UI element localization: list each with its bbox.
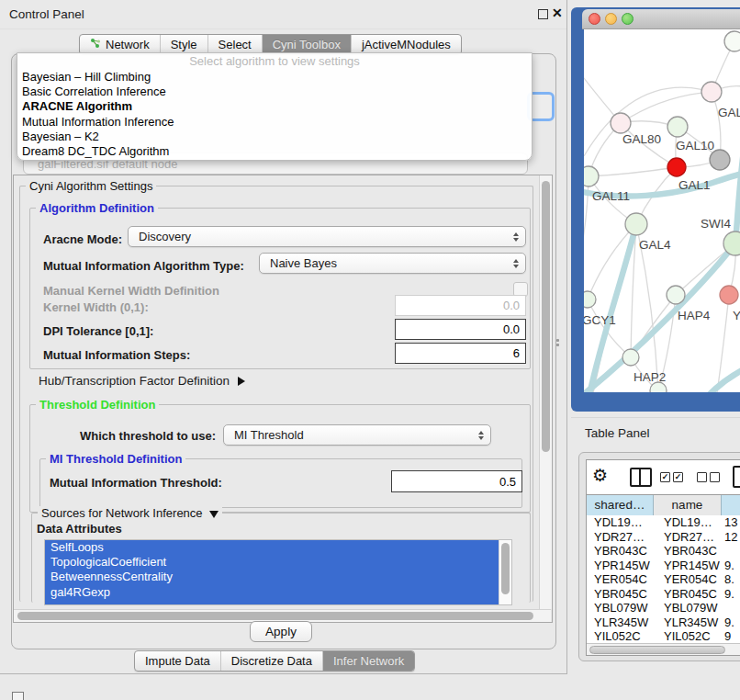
algorithm-definition-title: Algorithm Definition	[36, 201, 158, 215]
attribute-item[interactable]: TopologicalCoefficient	[45, 555, 499, 570]
mi-threshold-input[interactable]	[391, 470, 522, 492]
which-threshold-combo[interactable]: MI Threshold	[223, 424, 491, 446]
mi-threshold-definition-title: MI Threshold Definition	[46, 452, 185, 466]
table-header: shared… name	[587, 494, 740, 515]
network-node-node-gray[interactable]	[710, 150, 730, 170]
network-node-gal10[interactable]	[667, 117, 688, 137]
mi-algorithm-type-combo[interactable]: Naive Bayes	[259, 253, 526, 274]
tab-discretize-data-label: Discretize Data	[231, 654, 312, 668]
tab-select-label: Select	[219, 38, 252, 51]
network-node-y-partial[interactable]	[720, 286, 738, 304]
network-node-gal4[interactable]	[625, 213, 647, 235]
tab-style[interactable]: Style	[161, 35, 208, 54]
network-node-gal-partial[interactable]	[701, 82, 722, 102]
network-node-label: HAP2	[633, 370, 666, 384]
algorithm-item[interactable]: Bayesian – K2	[17, 130, 532, 144]
table-row[interactable]: YPR145WYPR145W9.	[587, 559, 740, 573]
expand-arrow-icon[interactable]	[238, 377, 245, 386]
network-graph[interactable]: GALGAL80GAL10GAL1GAL11GAL4SWI4GCY1HAP4YH…	[584, 29, 740, 392]
aracne-mode-label: Aracne Mode:	[43, 232, 122, 246]
stepper-icon	[513, 259, 519, 268]
column-header-partial[interactable]	[722, 495, 740, 515]
table-cell: 8.	[724, 572, 734, 587]
collapse-arrow-icon[interactable]	[209, 511, 219, 518]
algorithm-item[interactable]: Bayesian – Hill Climbing	[17, 70, 532, 85]
tab-infer-network[interactable]: Infer Network	[323, 651, 414, 671]
network-node-hap2[interactable]	[622, 349, 639, 366]
sources-title[interactable]: Sources for Network Inference	[38, 506, 222, 520]
gear-icon[interactable]: ⚙	[592, 467, 608, 484]
columns-icon[interactable]	[630, 468, 652, 487]
export-table-icon[interactable]	[733, 466, 740, 488]
table-row[interactable]: YBR045CYBR045C9.	[587, 587, 740, 602]
list-scrollbar-thumb[interactable]	[501, 543, 510, 594]
apply-button[interactable]: Apply	[250, 621, 312, 642]
network-edge-thick[interactable]	[735, 138, 740, 243]
tab-cyni-toolbox[interactable]: Cyni Toolbox	[263, 35, 352, 54]
network-node-label: SWI4	[701, 217, 731, 231]
table-scrollbar-thumb[interactable]	[589, 646, 725, 654]
dpi-tolerance-input[interactable]	[395, 319, 526, 340]
column-header-name[interactable]: name	[654, 495, 722, 515]
network-node-gal80[interactable]	[611, 113, 631, 133]
kernel-width-input[interactable]	[395, 295, 526, 316]
tab-network[interactable]: Network	[80, 35, 161, 54]
network-edge[interactable]	[621, 92, 712, 123]
vertical-scrollbar-thumb[interactable]	[542, 181, 550, 452]
network-node-label: GAL10	[676, 139, 714, 152]
network-edge[interactable]	[589, 167, 677, 176]
network-node-gcy1[interactable]	[584, 291, 596, 308]
network-edge[interactable]	[584, 176, 589, 254]
horizontal-scrollbar-thumb[interactable]	[17, 612, 533, 620]
column-header-shared-name[interactable]: shared…	[587, 495, 654, 515]
table-cell: YDL19…	[594, 515, 643, 530]
table-row[interactable]: YER054CYER054C8.	[587, 572, 740, 587]
tab-discretize-data[interactable]: Discretize Data	[221, 651, 323, 671]
tab-select[interactable]: Select	[208, 35, 263, 54]
hub-transcription-section[interactable]: Hub/Transcription Factor Definition	[39, 374, 245, 388]
algorithm-item[interactable]: Mutual Information Inference	[17, 115, 532, 130]
table-row[interactable]: YBR043CYBR043C	[587, 544, 740, 559]
table-horizontal-scrollbar[interactable]	[587, 643, 740, 656]
minimize-traffic-light[interactable]	[605, 13, 617, 25]
deselect-all-columns-icon[interactable]	[697, 472, 723, 486]
table-row[interactable]: YBL079WYBL079W	[587, 601, 740, 615]
mi-threshold-definition-group: MI Threshold Definition Mutual Informati…	[39, 458, 522, 508]
attribute-item[interactable]: gal4RGexp	[45, 585, 499, 600]
table-cell: YDR27…	[664, 530, 714, 545]
tab-jactivemnodules[interactable]: jActiveMNodules	[352, 35, 461, 54]
mi-algorithm-type-value: Naive Bayes	[270, 256, 337, 270]
aracne-mode-combo[interactable]: Discovery	[128, 226, 526, 247]
close-icon[interactable]: ✕	[552, 6, 563, 20]
algorithm-item[interactable]: Basic Correlation Inference	[17, 85, 532, 99]
network-window-titlebar[interactable]	[582, 9, 740, 29]
mi-steps-input[interactable]	[395, 343, 526, 364]
list-scrollbar[interactable]	[499, 540, 511, 604]
algorithm-item[interactable]: Dream8 DC_TDC Algorithm	[17, 144, 532, 159]
attribute-item[interactable]: SelfLoops	[45, 540, 499, 555]
data-attributes-list[interactable]: SelfLoopsTopologicalCoefficientBetweenne…	[44, 539, 512, 605]
attribute-item-partial	[45, 600, 499, 605]
network-node-node-top-edge[interactable]	[724, 31, 740, 51]
network-node-gal11[interactable]	[584, 166, 599, 186]
zoom-traffic-light[interactable]	[622, 13, 633, 25]
select-all-columns-icon[interactable]: ✓✓	[660, 472, 686, 486]
attribute-item[interactable]: BetweennessCentrality	[45, 570, 499, 584]
network-node-gal1[interactable]	[667, 158, 686, 176]
table-row[interactable]: YDR27…YDR27…12	[587, 530, 740, 545]
dock-panel-icon[interactable]	[12, 692, 24, 700]
table-row[interactable]: YDL19…YDL19…13	[587, 515, 740, 530]
vertical-scrollbar[interactable]	[539, 175, 552, 609]
panel-splitter-handle[interactable]	[555, 338, 560, 347]
network-edge-thick[interactable]	[709, 367, 740, 392]
table-row[interactable]: YIL052CYIL052C9	[587, 629, 740, 644]
threshold-definition-group: Threshold Definition Which threshold to …	[29, 404, 531, 513]
algorithm-item[interactable]: ARACNE Algorithm	[17, 99, 532, 114]
horizontal-scrollbar[interactable]	[14, 609, 551, 622]
network-node-hap4[interactable]	[667, 286, 685, 304]
float-window-icon[interactable]	[538, 9, 548, 19]
close-traffic-light[interactable]	[589, 13, 600, 25]
table-row[interactable]: YLR345WYLR345W9.	[587, 615, 740, 630]
tab-impute-data[interactable]: Impute Data	[135, 651, 221, 671]
network-canvas[interactable]: GALGAL80GAL10GAL1GAL11GAL4SWI4GCY1HAP4YH…	[584, 29, 740, 392]
